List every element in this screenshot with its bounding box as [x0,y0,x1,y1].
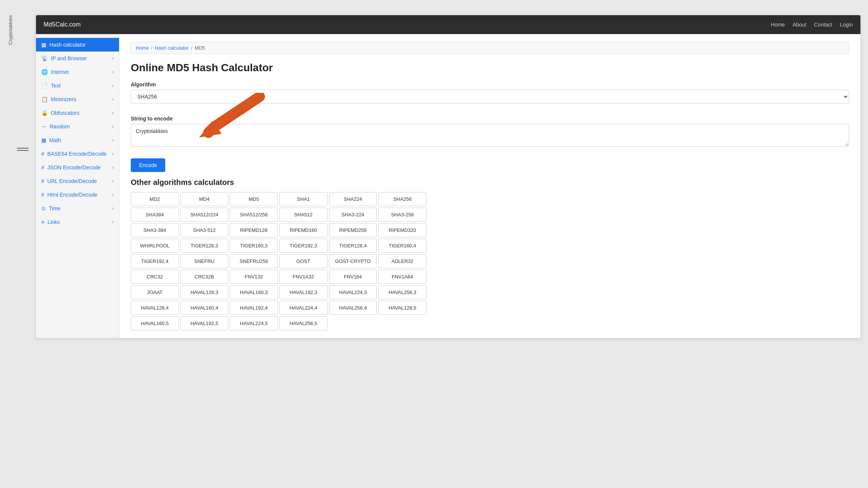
algo-btn-sha256[interactable]: SHA256 [378,192,426,206]
breadcrumb-home[interactable]: Home [136,45,149,51]
other-algorithms-section: Other algorithms calculators MD2MD4MD5SH… [131,178,849,330]
sidebar-item-obfuscators[interactable]: 🔒 Obfuscators › [36,106,119,120]
sidebar-item-links[interactable]: ≡ Links › [36,215,119,229]
nav-login[interactable]: Login [840,22,853,28]
algo-btn-haval160-5[interactable]: HAVAL160,5 [131,316,179,330]
algo-btn-haval192-4[interactable]: HAVAL192,4 [230,301,278,315]
sidebar-item-ip-browser[interactable]: 📡 IP and Browser › [36,52,119,65]
algo-btn-sha384[interactable]: SHA384 [131,208,179,222]
algo-btn-sha512-256[interactable]: SHA512/256 [230,208,278,222]
algorithm-label: Algorithm [131,81,849,88]
sidebar-item-text[interactable]: 📄 Text › [36,79,119,92]
algorithm-grid: MD2MD4MD5SHA1SHA224SHA256SHA384SHA512/22… [131,192,426,330]
algo-btn-md2[interactable]: MD2 [131,192,179,206]
hash-tag-icon: # [41,151,44,157]
algo-btn-fnv1a64[interactable]: FNV1A64 [378,270,426,284]
text-icon: 📄 [41,83,48,89]
algo-btn-fnv132[interactable]: FNV132 [230,270,278,284]
math-icon: ▦ [41,137,46,143]
algo-btn-adler32[interactable]: ADLER32 [378,254,426,268]
sidebar-item-internet[interactable]: 🌐 Internet › [36,65,119,79]
algo-btn-tiger160-4[interactable]: TIGER160,4 [378,239,426,253]
algo-btn-ripemd128[interactable]: RIPEMD128 [230,223,278,237]
sidebar-item-json[interactable]: # JSON Encode/Decode › [36,161,119,174]
algo-btn-haval160-4[interactable]: HAVAL160,4 [180,301,229,315]
nav-contact[interactable]: Contact [814,22,832,28]
algo-btn-fnv1a32[interactable]: FNV1A32 [279,270,327,284]
algo-btn-haval224-3[interactable]: HAVAL224,3 [329,285,377,299]
sidebar-item-label: URL Encode/Decode [47,178,97,184]
sidebar-item-label: Minimizers [51,96,76,102]
random-icon: ↔ [41,124,47,130]
algo-btn-sha512[interactable]: SHA512 [279,208,327,222]
algorithm-select[interactable]: MD2MD4MD5SHA1SHA224SHA256SHA384SHA512/22… [131,90,849,103]
algo-btn-sha3-384[interactable]: SHA3-384 [131,223,179,237]
algo-btn-tiger128-4[interactable]: TIGER128,4 [329,239,377,253]
sidebar-item-label: Links [47,219,60,225]
algo-btn-snefru[interactable]: SNEFRU [180,254,229,268]
chevron-icon: › [112,192,114,197]
algo-btn-tiger160-3[interactable]: TIGER160,3 [230,239,278,253]
nav-links: Home About Contact Login [771,22,853,28]
sidebar-item-html[interactable]: # Html Encode/Decode › [36,188,119,202]
algo-btn-md5[interactable]: MD5 [230,192,278,206]
algo-btn-haval160-3[interactable]: HAVAL160,3 [230,285,278,299]
sidebar-item-label: Html Encode/Decode [47,192,97,198]
algo-btn-haval224-4[interactable]: HAVAL224,4 [279,301,327,315]
algo-btn-joaat[interactable]: JOAAT [131,285,179,299]
algo-btn-crc32b[interactable]: CRC32B [180,270,229,284]
algo-btn-snefru256[interactable]: SNEFRU256 [230,254,278,268]
algo-btn-ripemd160[interactable]: RIPEMD160 [279,223,327,237]
algo-btn-tiger128-3[interactable]: TIGER128,3 [180,239,229,253]
algo-btn-sha3-224[interactable]: SHA3-224 [329,208,377,222]
nav-about[interactable]: About [793,22,807,28]
encode-section: Encode [131,158,849,172]
algo-btn-haval256-5[interactable]: HAVAL256,5 [279,316,327,330]
algo-btn-gost[interactable]: GOST [279,254,327,268]
chevron-icon: › [112,151,114,156]
string-label: String to encode [131,116,849,122]
algo-btn-md4[interactable]: MD4 [180,192,229,206]
algo-btn-haval128-4[interactable]: HAVAL128,4 [131,301,179,315]
algo-btn-sha3-512[interactable]: SHA3-512 [180,223,229,237]
sidebar-item-base64[interactable]: # BASE64 Encode/Decode › [36,147,119,161]
algo-btn-crc32[interactable]: CRC32 [131,270,179,284]
algo-btn-sha224[interactable]: SHA224 [329,192,377,206]
algo-btn-tiger192-4[interactable]: TIGER192,4 [131,254,179,268]
algo-btn-whirlpool[interactable]: WHIRLPOOL [131,239,179,253]
algo-btn-haval192-5[interactable]: HAVAL192,5 [180,316,229,330]
sidebar-item-random[interactable]: ↔ Random › [36,120,119,133]
side-decoration [17,15,28,151]
algo-btn-haval192-3[interactable]: HAVAL192,3 [279,285,327,299]
sidebar-item-minimizers[interactable]: 📋 Minimizers › [36,92,119,106]
algo-btn-ripemd256[interactable]: RIPEMD256 [329,223,377,237]
nav-home[interactable]: Home [771,22,785,28]
algo-btn-haval128-5[interactable]: HAVAL128,5 [378,301,426,315]
breadcrumb: Home / Hash calculator / MD5 [131,42,849,54]
sidebar-item-math[interactable]: ▦ Math › [36,133,119,147]
algo-btn-fnv164[interactable]: FNV164 [329,270,377,284]
algo-btn-tiger192-3[interactable]: TIGER192,3 [279,239,327,253]
algo-btn-haval224-5[interactable]: HAVAL224,5 [230,316,278,330]
sidebar-item-hash-calculator[interactable]: ▦ Hash calculator [36,38,119,52]
chevron-icon: › [112,124,114,129]
algo-btn-haval256-4[interactable]: HAVAL256,4 [329,301,377,315]
algo-btn-sha512-224[interactable]: SHA512/224 [180,208,229,222]
algo-btn-haval128-3[interactable]: HAVAL128,3 [180,285,229,299]
sidebar-item-label: Math [49,137,61,143]
sidebar-item-label: Internet [51,69,69,75]
chevron-icon: › [112,56,114,61]
sidebar-item-time[interactable]: ⊙ Time › [36,202,119,215]
encode-button[interactable]: Encode [131,158,165,172]
algo-btn-ripemd320[interactable]: RIPEMD320 [378,223,426,237]
chevron-icon: › [112,83,114,88]
algo-btn-sha3-256[interactable]: SHA3-256 [378,208,426,222]
string-input[interactable] [131,124,849,147]
algo-btn-sha1[interactable]: SHA1 [279,192,327,206]
breadcrumb-sep2: / [191,45,193,51]
algo-btn-gost-crypto[interactable]: GOST-CRYPTO [329,254,377,268]
algo-btn-haval256-3[interactable]: HAVAL256,3 [378,285,426,299]
breadcrumb-calc[interactable]: Hash calculator [155,45,189,51]
chevron-icon: › [112,178,114,184]
sidebar-item-url[interactable]: # URL Encode/Decode › [36,174,119,188]
